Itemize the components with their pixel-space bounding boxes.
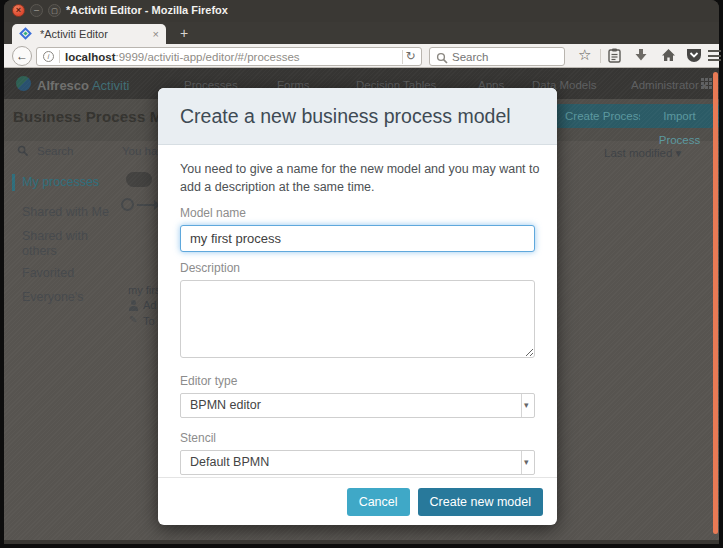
browser-tab[interactable]: *Activiti Editor × — [12, 24, 166, 44]
model-search-placeholder: Search — [37, 145, 73, 157]
bookmarks-menu-icon[interactable] — [608, 48, 621, 63]
reload-icon[interactable]: ↻ — [402, 50, 418, 64]
sidebar-item-shared-with-me: Shared with Me — [22, 205, 117, 220]
page-info-icon[interactable]: i — [43, 51, 54, 62]
active-item-bar — [12, 174, 15, 191]
window-maximize-button[interactable]: ▢ — [48, 4, 61, 17]
app-switcher-icon — [701, 78, 712, 89]
window-close-button[interactable]: × — [12, 4, 25, 17]
activiti-favicon-icon — [19, 27, 32, 40]
back-button[interactable]: ← — [12, 46, 32, 66]
page-viewport: Alfresco Activiti Processes Forms Decisi… — [4, 68, 719, 540]
dialog-header: Create a new business process model — [158, 88, 557, 145]
create-process-button: Create Process — [556, 104, 653, 128]
user-menu: Administrator ▾ — [631, 79, 706, 91]
dialog-footer: Cancel Create new model — [158, 477, 557, 525]
tab-title: *Activiti Editor — [40, 28, 108, 40]
tab-close-icon[interactable]: × — [153, 28, 159, 40]
create-model-dialog: Create a new business process model You … — [158, 88, 557, 525]
home-icon[interactable] — [661, 48, 676, 62]
hamburger-menu-icon[interactable] — [708, 50, 721, 61]
model-count-text: You hav — [122, 145, 162, 157]
create-new-model-button[interactable]: Create new model — [418, 488, 543, 516]
process-count-badge — [126, 172, 152, 187]
model-name-label: Model name — [180, 206, 535, 220]
url-host: localhost — [65, 51, 115, 63]
import-process-button: Import Process — [640, 104, 719, 128]
select-arrow-icon — [521, 394, 534, 417]
brand: Alfresco Activiti — [37, 78, 130, 93]
new-tab-button[interactable]: + — [174, 25, 194, 43]
search-icon — [436, 52, 449, 65]
stencil-label: Stencil — [180, 431, 535, 445]
sidebar-item-my-processes: My processes — [22, 175, 117, 190]
dialog-title: Create a new business process model — [180, 105, 511, 128]
search-input[interactable] — [452, 49, 560, 64]
editor-type-label: Editor type — [180, 374, 535, 388]
select-arrow-icon — [521, 451, 534, 474]
bookmark-star-icon[interactable]: ☆ — [578, 46, 591, 64]
url-path: :9999/activiti-app/editor/#/processes — [115, 51, 299, 63]
search-bar[interactable] — [429, 47, 565, 66]
pocket-icon[interactable] — [686, 48, 702, 63]
process-card-name: my first — [128, 284, 162, 296]
window-titlebar: × – ▢ *Activiti Editor - Mozilla Firefox — [4, 0, 719, 22]
window-minimize-button[interactable]: – — [30, 4, 43, 17]
description-textarea[interactable] — [180, 280, 535, 358]
dialog-intro-text: You need to give a name for the new mode… — [180, 160, 540, 196]
bpmn-start-event-icon — [121, 198, 134, 211]
url-bar[interactable]: i localhost:9999/activiti-app/editor/#/p… — [36, 47, 422, 66]
page-scrollbar[interactable] — [713, 72, 718, 534]
pencil-icon: ✎ — [129, 314, 137, 325]
tab-strip: *Activiti Editor × + — [4, 22, 719, 44]
model-name-input[interactable] — [180, 225, 535, 252]
sort-dropdown: Last modified ▾ — [604, 146, 681, 160]
editor-type-select[interactable]: BPMN editor — [180, 393, 535, 418]
sidebar-item-shared-with-others: Shared with others — [22, 229, 100, 259]
description-label: Description — [180, 261, 535, 275]
url-text: localhost:9999/activiti-app/editor/#/pro… — [65, 51, 300, 63]
firefox-window: × – ▢ *Activiti Editor - Mozilla Firefox… — [4, 0, 719, 544]
model-search-icon — [17, 145, 29, 157]
alfresco-logo-icon — [16, 76, 31, 91]
downloads-icon[interactable] — [634, 48, 648, 62]
cancel-button[interactable]: Cancel — [347, 488, 410, 516]
dialog-body: You need to give a name for the new mode… — [158, 145, 557, 475]
browser-toolbar: ← i localhost:9999/activiti-app/editor/#… — [4, 44, 719, 68]
bpmn-flow-line — [137, 204, 154, 206]
sidebar-item-everyones: Everyone's — [22, 290, 117, 305]
stencil-select[interactable]: Default BPMN — [180, 450, 535, 475]
person-icon — [131, 300, 136, 305]
window-title: *Activiti Editor - Mozilla Firefox — [66, 4, 228, 16]
sidebar-item-favorited: Favorited — [22, 266, 117, 281]
